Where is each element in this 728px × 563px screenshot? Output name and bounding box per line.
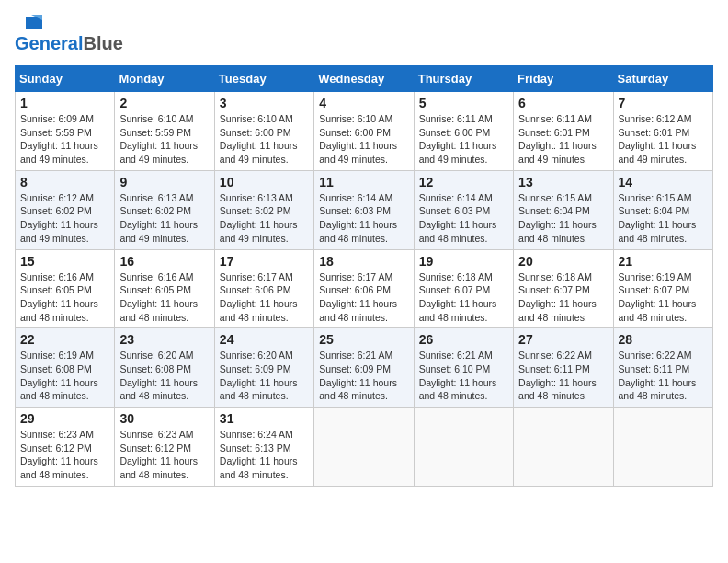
day-info: Sunrise: 6:22 AMSunset: 6:11 PMDaylight:… bbox=[619, 349, 708, 403]
day-info: Sunrise: 6:24 AMSunset: 6:13 PMDaylight:… bbox=[220, 428, 309, 482]
calendar-header: SundayMondayTuesdayWednesdayThursdayFrid… bbox=[16, 66, 713, 92]
calendar-cell: 23Sunrise: 6:20 AMSunset: 6:08 PMDayligh… bbox=[115, 328, 214, 408]
day-number: 27 bbox=[518, 332, 608, 347]
page-header: General Blue bbox=[15, 15, 713, 54]
day-number: 22 bbox=[20, 332, 109, 347]
day-number: 9 bbox=[119, 175, 209, 190]
calendar-cell: 13Sunrise: 6:15 AMSunset: 6:04 PMDayligh… bbox=[514, 170, 613, 249]
day-number: 17 bbox=[220, 254, 309, 269]
day-info: Sunrise: 6:19 AMSunset: 6:08 PMDaylight:… bbox=[20, 349, 109, 403]
day-number: 24 bbox=[220, 332, 309, 347]
day-info: Sunrise: 6:17 AMSunset: 6:06 PMDaylight:… bbox=[220, 270, 309, 325]
day-number: 21 bbox=[619, 254, 708, 269]
day-info: Sunrise: 6:17 AMSunset: 6:06 PMDaylight:… bbox=[319, 270, 408, 325]
calendar-cell: 27Sunrise: 6:22 AMSunset: 6:11 PMDayligh… bbox=[514, 328, 613, 408]
calendar-cell: 21Sunrise: 6:19 AMSunset: 6:07 PMDayligh… bbox=[613, 249, 712, 328]
day-info: Sunrise: 6:14 AMSunset: 6:03 PMDaylight:… bbox=[419, 191, 508, 246]
calendar-cell: 12Sunrise: 6:14 AMSunset: 6:03 PMDayligh… bbox=[414, 170, 513, 249]
day-number: 19 bbox=[419, 254, 508, 269]
day-number: 14 bbox=[619, 175, 708, 190]
day-number: 31 bbox=[220, 411, 309, 426]
day-number: 23 bbox=[119, 332, 209, 347]
weekday-header-tuesday: Tuesday bbox=[214, 66, 313, 92]
calendar-cell: 31Sunrise: 6:24 AMSunset: 6:13 PMDayligh… bbox=[214, 408, 313, 487]
calendar-cell: 25Sunrise: 6:21 AMSunset: 6:09 PMDayligh… bbox=[314, 328, 414, 408]
calendar-cell: 15Sunrise: 6:16 AMSunset: 6:05 PMDayligh… bbox=[16, 249, 115, 328]
day-number: 5 bbox=[419, 96, 508, 110]
day-info: Sunrise: 6:18 AMSunset: 6:07 PMDaylight:… bbox=[518, 270, 608, 325]
day-number: 8 bbox=[20, 175, 109, 190]
weekday-header-monday: Monday bbox=[115, 66, 214, 92]
calendar-cell: 24Sunrise: 6:20 AMSunset: 6:09 PMDayligh… bbox=[214, 328, 313, 408]
calendar-cell: 5Sunrise: 6:11 AMSunset: 6:00 PMDaylight… bbox=[414, 92, 513, 171]
day-number: 30 bbox=[119, 411, 209, 426]
logo-text-blue: Blue bbox=[83, 33, 122, 54]
weekday-header-wednesday: Wednesday bbox=[314, 66, 414, 92]
day-number: 1 bbox=[20, 96, 109, 110]
calendar-cell: 22Sunrise: 6:19 AMSunset: 6:08 PMDayligh… bbox=[16, 328, 115, 408]
day-info: Sunrise: 6:10 AMSunset: 6:00 PMDaylight:… bbox=[220, 112, 309, 167]
calendar-cell: 1Sunrise: 6:09 AMSunset: 5:59 PMDaylight… bbox=[16, 92, 115, 171]
day-info: Sunrise: 6:19 AMSunset: 6:07 PMDaylight:… bbox=[619, 270, 708, 325]
calendar-cell bbox=[613, 408, 712, 487]
calendar-week-1: 1Sunrise: 6:09 AMSunset: 5:59 PMDaylight… bbox=[16, 92, 713, 171]
day-info: Sunrise: 6:11 AMSunset: 6:01 PMDaylight:… bbox=[518, 112, 608, 167]
calendar-week-5: 29Sunrise: 6:23 AMSunset: 6:12 PMDayligh… bbox=[16, 408, 713, 487]
calendar-body: 1Sunrise: 6:09 AMSunset: 5:59 PMDaylight… bbox=[16, 92, 713, 487]
calendar-cell: 4Sunrise: 6:10 AMSunset: 6:00 PMDaylight… bbox=[314, 92, 414, 171]
day-info: Sunrise: 6:23 AMSunset: 6:12 PMDaylight:… bbox=[119, 428, 209, 482]
day-info: Sunrise: 6:14 AMSunset: 6:03 PMDaylight:… bbox=[319, 191, 408, 246]
calendar-cell: 14Sunrise: 6:15 AMSunset: 6:04 PMDayligh… bbox=[613, 170, 712, 249]
day-number: 4 bbox=[319, 96, 408, 110]
calendar-week-2: 8Sunrise: 6:12 AMSunset: 6:02 PMDaylight… bbox=[16, 170, 713, 249]
weekday-header-sunday: Sunday bbox=[16, 66, 115, 92]
weekday-header-thursday: Thursday bbox=[414, 66, 513, 92]
calendar-cell: 9Sunrise: 6:13 AMSunset: 6:02 PMDaylight… bbox=[115, 170, 214, 249]
day-number: 7 bbox=[619, 96, 708, 110]
day-number: 29 bbox=[20, 411, 109, 426]
day-number: 2 bbox=[119, 96, 209, 110]
day-info: Sunrise: 6:11 AMSunset: 6:00 PMDaylight:… bbox=[419, 112, 508, 167]
day-info: Sunrise: 6:10 AMSunset: 6:00 PMDaylight:… bbox=[319, 112, 408, 167]
day-info: Sunrise: 6:20 AMSunset: 6:08 PMDaylight:… bbox=[119, 349, 209, 403]
day-info: Sunrise: 6:15 AMSunset: 6:04 PMDaylight:… bbox=[619, 191, 708, 246]
calendar-cell: 11Sunrise: 6:14 AMSunset: 6:03 PMDayligh… bbox=[314, 170, 414, 249]
day-info: Sunrise: 6:16 AMSunset: 6:05 PMDaylight:… bbox=[20, 270, 109, 325]
calendar-cell: 6Sunrise: 6:11 AMSunset: 6:01 PMDaylight… bbox=[514, 92, 613, 171]
day-number: 6 bbox=[518, 96, 608, 110]
day-number: 26 bbox=[419, 332, 508, 347]
logo-text-general: General bbox=[15, 33, 83, 54]
weekday-header-row: SundayMondayTuesdayWednesdayThursdayFrid… bbox=[16, 66, 713, 92]
logo-icon bbox=[15, 15, 42, 31]
day-number: 13 bbox=[518, 175, 608, 190]
calendar-cell: 30Sunrise: 6:23 AMSunset: 6:12 PMDayligh… bbox=[115, 408, 214, 487]
logo: General Blue bbox=[15, 15, 123, 54]
calendar-week-4: 22Sunrise: 6:19 AMSunset: 6:08 PMDayligh… bbox=[16, 328, 713, 408]
day-info: Sunrise: 6:20 AMSunset: 6:09 PMDaylight:… bbox=[220, 349, 309, 403]
calendar-cell: 10Sunrise: 6:13 AMSunset: 6:02 PMDayligh… bbox=[214, 170, 313, 249]
day-info: Sunrise: 6:13 AMSunset: 6:02 PMDaylight:… bbox=[220, 191, 309, 246]
day-number: 25 bbox=[319, 332, 408, 347]
calendar-cell: 3Sunrise: 6:10 AMSunset: 6:00 PMDaylight… bbox=[214, 92, 313, 171]
day-info: Sunrise: 6:12 AMSunset: 6:02 PMDaylight:… bbox=[20, 191, 109, 246]
day-info: Sunrise: 6:18 AMSunset: 6:07 PMDaylight:… bbox=[419, 270, 508, 325]
calendar-cell: 16Sunrise: 6:16 AMSunset: 6:05 PMDayligh… bbox=[115, 249, 214, 328]
weekday-header-saturday: Saturday bbox=[613, 66, 712, 92]
day-number: 3 bbox=[220, 96, 309, 110]
day-info: Sunrise: 6:12 AMSunset: 6:01 PMDaylight:… bbox=[619, 112, 708, 167]
day-info: Sunrise: 6:23 AMSunset: 6:12 PMDaylight:… bbox=[20, 428, 109, 482]
day-number: 10 bbox=[220, 175, 309, 190]
day-number: 20 bbox=[518, 254, 608, 269]
calendar-cell: 20Sunrise: 6:18 AMSunset: 6:07 PMDayligh… bbox=[514, 249, 613, 328]
calendar-cell: 7Sunrise: 6:12 AMSunset: 6:01 PMDaylight… bbox=[613, 92, 712, 171]
day-info: Sunrise: 6:21 AMSunset: 6:10 PMDaylight:… bbox=[419, 349, 508, 403]
day-number: 18 bbox=[319, 254, 408, 269]
calendar-cell bbox=[414, 408, 513, 487]
day-info: Sunrise: 6:10 AMSunset: 5:59 PMDaylight:… bbox=[119, 112, 209, 167]
calendar-cell: 19Sunrise: 6:18 AMSunset: 6:07 PMDayligh… bbox=[414, 249, 513, 328]
weekday-header-friday: Friday bbox=[514, 66, 613, 92]
svg-marker-0 bbox=[26, 17, 42, 29]
calendar-week-3: 15Sunrise: 6:16 AMSunset: 6:05 PMDayligh… bbox=[16, 249, 713, 328]
calendar-cell: 18Sunrise: 6:17 AMSunset: 6:06 PMDayligh… bbox=[314, 249, 414, 328]
day-number: 15 bbox=[20, 254, 109, 269]
